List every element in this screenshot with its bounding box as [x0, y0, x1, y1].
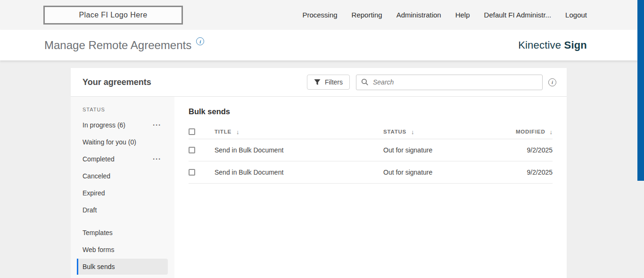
- fi-logo-placeholder: Place FI Logo Here: [43, 6, 183, 25]
- row-checkbox[interactable]: [189, 169, 195, 176]
- column-header-title[interactable]: TITLE: [215, 129, 231, 135]
- filter-icon: [314, 79, 321, 85]
- panel-body: STATUS In progress (6) ··· Waiting for y…: [71, 97, 567, 278]
- sidebar-item-label: Canceled: [83, 172, 110, 180]
- table-area: Bulk sends TITLE ↓ STATUS ↓ MODIFIED ↓: [174, 97, 567, 278]
- nav-current-user[interactable]: Default FI Administr...: [484, 11, 552, 19]
- more-options-icon[interactable]: ···: [153, 157, 161, 161]
- search-icon: [361, 78, 369, 86]
- info-icon[interactable]: i: [196, 37, 204, 45]
- nav-logout[interactable]: Logout: [565, 11, 587, 19]
- column-header-status[interactable]: STATUS: [383, 129, 406, 135]
- top-nav: Processing Reporting Administration Help…: [302, 11, 587, 19]
- more-options-icon[interactable]: ···: [153, 123, 161, 127]
- table-row[interactable]: Send in Bulk Document Out for signature …: [189, 161, 553, 184]
- sort-down-icon[interactable]: ↓: [411, 128, 414, 135]
- row-checkbox[interactable]: [189, 147, 195, 153]
- sidebar-item-bulk-sends[interactable]: Bulk sends: [77, 259, 168, 275]
- sidebar-item-expired[interactable]: Expired: [71, 185, 174, 202]
- table-row[interactable]: Send in Bulk Document Out for signature …: [189, 139, 553, 161]
- sidebar-item-label: Web forms: [83, 246, 114, 253]
- sidebar: STATUS In progress (6) ··· Waiting for y…: [71, 97, 174, 278]
- sidebar-item-draft[interactable]: Draft: [71, 202, 174, 219]
- agreement-status: Out for signature: [383, 168, 432, 176]
- sidebar-item-templates[interactable]: Templates: [71, 224, 174, 241]
- agreement-title: Send in Bulk Document: [215, 146, 283, 154]
- brand-logo: Kinective Sign: [518, 39, 587, 51]
- brand-product: Sign: [564, 39, 587, 51]
- agreement-modified-date: 9/2/2025: [527, 168, 553, 176]
- panel-header: Your agreements Filters i: [71, 68, 567, 97]
- table-header-row: TITLE ↓ STATUS ↓ MODIFIED ↓: [189, 125, 553, 139]
- nav-administration[interactable]: Administration: [396, 11, 441, 19]
- search-box[interactable]: [356, 75, 543, 90]
- nav-help[interactable]: Help: [455, 11, 470, 19]
- scrollbar[interactable]: [637, 0, 644, 181]
- sidebar-section-status: STATUS: [71, 102, 174, 117]
- fi-logo-text: Place FI Logo Here: [79, 11, 147, 19]
- agreement-status: Out for signature: [383, 146, 432, 154]
- filters-button[interactable]: Filters: [307, 75, 350, 90]
- sort-down-icon[interactable]: ↓: [550, 128, 553, 135]
- sidebar-item-web-forms[interactable]: Web forms: [71, 241, 174, 258]
- nav-processing[interactable]: Processing: [302, 11, 337, 19]
- sidebar-item-label: In progress (6): [83, 121, 125, 129]
- panel-info-icon[interactable]: i: [548, 78, 556, 86]
- sidebar-item-label: Draft: [83, 206, 97, 214]
- agreements-panel: Your agreements Filters i STATUS In prog…: [71, 68, 567, 278]
- sidebar-item-label: Bulk sends: [83, 263, 115, 270]
- sidebar-library-group: Templates Web forms Bulk sends: [71, 224, 174, 275]
- select-all-checkbox[interactable]: [189, 128, 195, 135]
- filters-button-label: Filters: [325, 78, 343, 86]
- sort-down-icon[interactable]: ↓: [236, 128, 239, 135]
- top-bar: Place FI Logo Here Processing Reporting …: [0, 0, 644, 30]
- sidebar-item-canceled[interactable]: Canceled: [71, 168, 174, 185]
- panel-title: Your agreements: [83, 77, 307, 87]
- brand-name: Kinective: [518, 39, 561, 51]
- sidebar-item-waiting-for-you[interactable]: Waiting for you (0): [71, 134, 174, 151]
- sidebar-item-label: Expired: [83, 189, 105, 197]
- sidebar-item-label: Templates: [83, 229, 113, 236]
- sidebar-item-label: Completed: [83, 155, 115, 163]
- agreement-modified-date: 9/2/2025: [527, 146, 553, 154]
- page-header: Manage Remote Agreements i Kinective Sig…: [0, 30, 644, 60]
- table-title: Bulk sends: [189, 107, 553, 116]
- sidebar-item-label: Waiting for you (0): [83, 138, 136, 146]
- sidebar-item-in-progress[interactable]: In progress (6) ···: [71, 117, 174, 134]
- agreement-title: Send in Bulk Document: [215, 168, 283, 176]
- page-title: Manage Remote Agreements: [44, 39, 191, 52]
- sidebar-item-completed[interactable]: Completed ···: [71, 151, 174, 168]
- search-input[interactable]: [373, 78, 537, 86]
- column-header-modified[interactable]: MODIFIED: [516, 129, 545, 135]
- nav-reporting[interactable]: Reporting: [352, 11, 382, 19]
